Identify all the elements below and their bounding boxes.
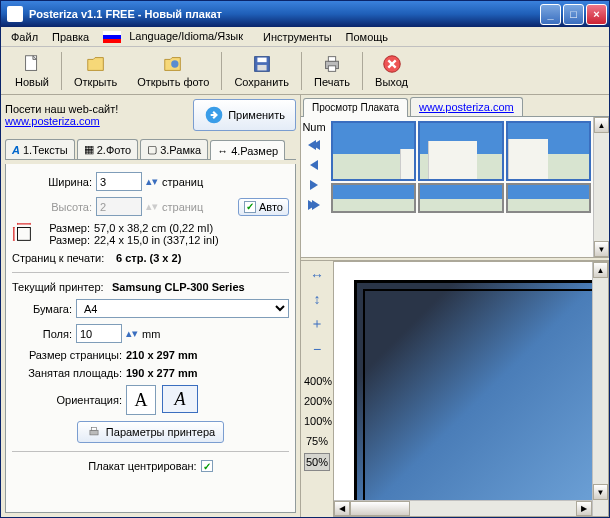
scroll-left-button[interactable]: ◀	[334, 501, 350, 516]
nav-first[interactable]	[304, 137, 324, 153]
zoom-400[interactable]: 400%	[304, 373, 330, 389]
zoom-100[interactable]: 100%	[304, 413, 330, 429]
orientation-label: Ориентация:	[12, 394, 122, 406]
tab-size[interactable]: ↔4.Размер	[210, 140, 285, 160]
preview-page	[354, 280, 609, 517]
zoom-fit-v[interactable]: ↕	[304, 289, 330, 309]
toolbar-new[interactable]: Новый	[5, 49, 59, 93]
canvas-vscroll[interactable]: ▲ ▼	[592, 262, 608, 516]
paper-select[interactable]: A4	[76, 299, 289, 318]
menu-help[interactable]: Помощь	[340, 29, 395, 45]
zoom-out[interactable]: −	[304, 339, 330, 359]
zoom-fit-h[interactable]: ↔	[304, 265, 330, 285]
zoom-200[interactable]: 200%	[304, 393, 330, 409]
centered-label: Плакат центрирован:	[88, 460, 196, 472]
toolbar-print[interactable]: Печать	[304, 49, 360, 93]
menubar: Файл Правка Language/Idioma/Язык Инструм…	[1, 27, 609, 47]
save-icon	[250, 53, 274, 75]
printer-value: Samsung CLP-300 Series	[112, 281, 245, 293]
canvas-hscroll[interactable]: ◀ ▶	[334, 500, 592, 516]
margin-spinner[interactable]: ▴▾	[126, 327, 138, 340]
left-panel: Посети наш web-сайт! www.posteriza.com П…	[1, 95, 301, 517]
svg-rect-7	[328, 66, 335, 72]
zoom-50[interactable]: 50%	[304, 453, 330, 471]
nav-next[interactable]	[304, 177, 324, 193]
width-unit: страниц	[162, 176, 203, 188]
margin-unit: mm	[142, 328, 160, 340]
poster-tile[interactable]	[506, 183, 591, 213]
svg-rect-10	[18, 228, 31, 241]
dimensions-icon	[12, 222, 34, 244]
used-area-label: Занятая площадь:	[12, 367, 122, 379]
menu-file[interactable]: Файл	[5, 29, 44, 45]
flag-icon	[103, 31, 121, 43]
width-spinner[interactable]: ▴▾	[146, 175, 158, 188]
exit-icon	[380, 53, 404, 75]
frame-icon: ▢	[147, 143, 157, 156]
height-spinner: ▴▾	[146, 200, 158, 213]
right-panel: Просмотр Плаката www.posteriza.com Num	[301, 95, 609, 517]
scroll-thumb[interactable]	[350, 501, 410, 516]
orientation-portrait[interactable]: A	[126, 385, 156, 415]
photo-icon: ▦	[84, 143, 94, 156]
tab-photo[interactable]: ▦2.Фото	[77, 139, 138, 159]
poster-tile[interactable]	[418, 121, 503, 181]
used-area-value: 190 x 277 mm	[126, 367, 198, 379]
maximize-button[interactable]: □	[563, 4, 584, 25]
toolbar-open[interactable]: Открыть	[64, 49, 127, 93]
poster-tile[interactable]	[418, 183, 503, 213]
margin-label: Поля:	[12, 328, 72, 340]
print-icon	[320, 53, 344, 75]
svg-rect-11	[90, 430, 98, 435]
website-link[interactable]: www.posteriza.com	[5, 115, 100, 127]
menu-language[interactable]: Language/Idioma/Язык	[97, 28, 255, 45]
toolbar: Новый Открыть Открыть фото Сохранить Печ…	[1, 47, 609, 95]
auto-checkbox[interactable]: ✓Авто	[238, 198, 289, 216]
tab-frame[interactable]: ▢3.Рамка	[140, 139, 208, 159]
apply-button[interactable]: Применить	[193, 99, 296, 131]
app-window: Posteriza v1.1 FREE - Новый плакат _ □ ×…	[0, 0, 610, 518]
width-label: Ширина:	[12, 176, 92, 188]
left-tabs: A1.Тексты ▦2.Фото ▢3.Рамка ↔4.Размер	[5, 139, 296, 160]
poster-tile[interactable]	[506, 121, 591, 181]
height-label: Высота:	[12, 201, 92, 213]
scroll-right-button[interactable]: ▶	[576, 501, 592, 516]
size-icon: ↔	[217, 145, 228, 157]
poster-tile[interactable]	[331, 183, 416, 213]
margin-input[interactable]	[76, 324, 122, 343]
paper-label: Бумага:	[12, 303, 72, 315]
svg-rect-4	[257, 65, 266, 71]
poster-tile[interactable]	[331, 121, 416, 181]
svg-rect-12	[92, 427, 97, 430]
scroll-up-button[interactable]: ▲	[593, 262, 608, 278]
centered-checkbox[interactable]: ✓	[201, 460, 213, 472]
printer-params-button[interactable]: Параметры принтера	[77, 421, 224, 443]
thumbs-scrollbar[interactable]: ▲ ▼	[593, 117, 609, 257]
scroll-down-button[interactable]: ▼	[594, 241, 609, 257]
scroll-down-button[interactable]: ▼	[593, 484, 608, 500]
nav-last[interactable]	[304, 197, 324, 213]
size-panel: Ширина: ▴▾ страниц Высота: ▴▾ страниц ✓А…	[5, 164, 296, 513]
page-size-value: 210 x 297 mm	[126, 349, 198, 361]
menu-tools[interactable]: Инструменты	[257, 29, 338, 45]
nav-prev[interactable]	[304, 157, 324, 173]
tab-texts[interactable]: A1.Тексты	[5, 139, 75, 159]
orientation-landscape[interactable]: A	[162, 385, 198, 413]
toolbar-open-photo[interactable]: Открыть фото	[127, 49, 219, 93]
titlebar: Posteriza v1.1 FREE - Новый плакат _ □ ×	[1, 1, 609, 27]
photo-open-icon	[161, 53, 185, 75]
menu-edit[interactable]: Правка	[46, 29, 95, 45]
tab-preview[interactable]: Просмотр Плаката	[303, 98, 408, 117]
scroll-up-button[interactable]: ▲	[594, 117, 609, 133]
toolbar-exit[interactable]: Выход	[365, 49, 418, 93]
tab-website[interactable]: www.posteriza.com	[410, 97, 523, 116]
zoom-in[interactable]: ＋	[304, 313, 330, 335]
svg-point-1	[171, 60, 178, 67]
preview-canvas[interactable]: ▲ ▼ ◀ ▶	[333, 261, 609, 517]
minimize-button[interactable]: _	[540, 4, 561, 25]
toolbar-save[interactable]: Сохранить	[224, 49, 299, 93]
svg-rect-3	[257, 58, 266, 63]
width-input[interactable]	[96, 172, 142, 191]
zoom-75[interactable]: 75%	[304, 433, 330, 449]
close-button[interactable]: ×	[586, 4, 607, 25]
